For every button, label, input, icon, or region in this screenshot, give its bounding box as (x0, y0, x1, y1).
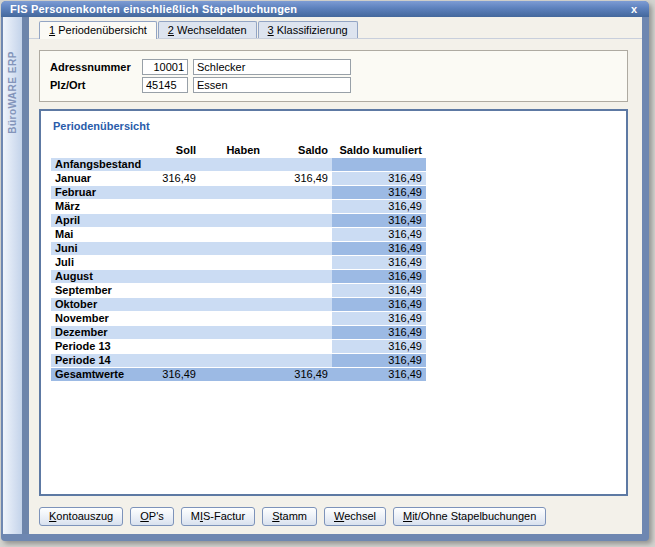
sidebar-divider (22, 17, 29, 534)
row-value (200, 269, 264, 283)
row-value (200, 227, 264, 241)
title-bar: FIS Personenkonten einschließlich Stapel… (1, 1, 649, 17)
period-table: SollHabenSaldoSaldo kumuliert Anfangsbes… (51, 140, 426, 382)
row-value (148, 339, 200, 353)
plz-input[interactable] (142, 77, 188, 93)
row-value: 316,49 (332, 311, 426, 325)
name-input[interactable] (193, 59, 351, 75)
plz-ort-label: Plz/Ort (50, 79, 142, 91)
table-row[interactable]: Juli316,49 (51, 255, 426, 269)
row-value (200, 157, 264, 171)
row-value (264, 269, 332, 283)
row-label: September (51, 283, 148, 297)
row-value (332, 157, 426, 171)
row-value: 316,49 (332, 297, 426, 311)
row-value (264, 339, 332, 353)
row-value (148, 213, 200, 227)
row-value (264, 199, 332, 213)
row-value: 316,49 (332, 325, 426, 339)
row-label: März (51, 199, 148, 213)
adressnummer-input[interactable] (142, 59, 188, 75)
row-value (200, 185, 264, 199)
tab-periodenübersicht[interactable]: 1 Periodenübersicht (39, 21, 157, 39)
row-value (200, 325, 264, 339)
row-value (200, 367, 264, 381)
ort-input[interactable] (193, 77, 351, 93)
row-value (148, 269, 200, 283)
row-value (148, 157, 200, 171)
tab-klassifizierung[interactable]: 3 Klassifizierung (258, 21, 358, 38)
row-value: 316,49 (332, 255, 426, 269)
row-value (148, 325, 200, 339)
table-row[interactable]: Januar316,49316,49316,49 (51, 171, 426, 185)
table-row[interactable]: Anfangsbestand (51, 157, 426, 171)
row-value (264, 213, 332, 227)
tab-wechseldaten[interactable]: 2 Wechseldaten (158, 21, 257, 38)
row-value (264, 297, 332, 311)
table-row[interactable]: November316,49 (51, 311, 426, 325)
period-table-body: AnfangsbestandJanuar316,49316,49316,49Fe… (51, 157, 426, 381)
row-value (264, 255, 332, 269)
row-value (148, 255, 200, 269)
row-value (264, 157, 332, 171)
row-label: Januar (51, 171, 148, 185)
table-row[interactable]: April316,49 (51, 213, 426, 227)
brand-sidebar: BüroWARE ERP (3, 17, 22, 534)
row-value: 316,49 (332, 185, 426, 199)
row-value: 316,49 (332, 213, 426, 227)
row-value (264, 241, 332, 255)
footer-button-kontoauszug[interactable]: Kontoauszug (39, 507, 123, 526)
tab-content: Adressnummer Plz/Ort Periodenübersicht (29, 39, 642, 534)
table-row[interactable]: März316,49 (51, 199, 426, 213)
row-value (200, 171, 264, 185)
footer-buttons: KontoauszugOP'sMIS-FacturStammWechselMit… (39, 496, 628, 530)
address-form-panel: Adressnummer Plz/Ort (39, 50, 628, 102)
row-value: 316,49 (332, 269, 426, 283)
row-value: 316,49 (332, 353, 426, 367)
close-icon[interactable]: x (631, 2, 637, 16)
row-value (200, 213, 264, 227)
row-value (148, 283, 200, 297)
form-row-adressnummer: Adressnummer (50, 58, 617, 75)
row-label: Gesamtwerte (51, 367, 148, 381)
row-label: Anfangsbestand (51, 157, 148, 171)
table-row[interactable]: September316,49 (51, 283, 426, 297)
row-value (264, 325, 332, 339)
table-row[interactable]: Juni316,49 (51, 241, 426, 255)
row-value: 316,49 (332, 241, 426, 255)
footer-button-mit-ohne-stapelbuchungen[interactable]: Mit/Ohne Stapelbuchungen (393, 507, 546, 526)
row-label: Periode 14 (51, 353, 148, 367)
column-header: Soll (148, 140, 200, 157)
brand-label: BüroWARE ERP (7, 45, 20, 141)
table-row[interactable]: August316,49 (51, 269, 426, 283)
table-row[interactable]: Februar316,49 (51, 185, 426, 199)
footer-button-stamm[interactable]: Stamm (262, 507, 317, 526)
footer-button-op-s[interactable]: OP's (130, 507, 174, 526)
row-value: 316,49 (332, 199, 426, 213)
column-header: Saldo kumuliert (332, 140, 426, 157)
table-row[interactable]: Oktober316,49 (51, 297, 426, 311)
row-label: Juni (51, 241, 148, 255)
table-row[interactable]: Periode 14316,49 (51, 353, 426, 367)
row-value (200, 339, 264, 353)
row-value (148, 227, 200, 241)
row-label: Mai (51, 227, 148, 241)
row-value (200, 283, 264, 297)
main-area: 1 Periodenübersicht2 Wechseldaten3 Klass… (29, 17, 642, 534)
row-value (264, 227, 332, 241)
row-value: 316,49 (332, 339, 426, 353)
column-header: Saldo (264, 140, 332, 157)
table-total-row[interactable]: Gesamtwerte316,49316,49316,49 (51, 367, 426, 381)
row-value (264, 185, 332, 199)
table-header-row: SollHabenSaldoSaldo kumuliert (51, 140, 426, 157)
footer-button-mis-factur[interactable]: MIS-Factur (181, 507, 255, 526)
table-row[interactable]: Periode 13316,49 (51, 339, 426, 353)
row-label: Februar (51, 185, 148, 199)
row-value: 316,49 (148, 171, 200, 185)
row-value (264, 311, 332, 325)
table-row[interactable]: Mai316,49 (51, 227, 426, 241)
period-overview-panel: Periodenübersicht SollHabenSaldoSaldo ku… (39, 109, 628, 496)
footer-button-wechsel[interactable]: Wechsel (324, 507, 386, 526)
table-row[interactable]: Dezember316,49 (51, 325, 426, 339)
row-value (148, 241, 200, 255)
